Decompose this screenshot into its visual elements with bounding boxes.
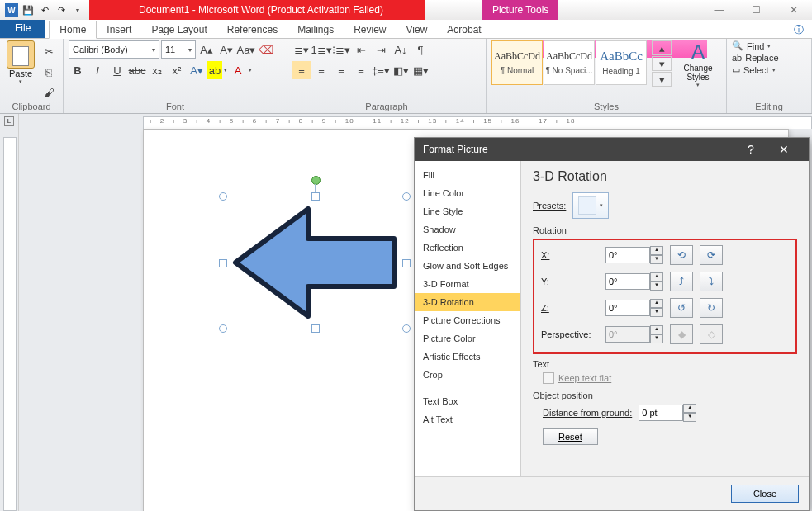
distance-input[interactable] bbox=[639, 405, 683, 421]
resize-handle-sw[interactable] bbox=[219, 324, 227, 333]
perspective-spinner[interactable]: ▲▼ bbox=[605, 325, 663, 343]
side-line-style[interactable]: Line Style bbox=[415, 202, 520, 220]
close-button[interactable]: Close bbox=[731, 485, 799, 503]
maximize-button[interactable]: ☐ bbox=[738, 0, 775, 20]
format-painter-icon[interactable]: 🖌 bbox=[40, 83, 58, 102]
highlight-icon[interactable]: ab bbox=[207, 61, 222, 79]
vertical-ruler[interactable] bbox=[0, 129, 19, 511]
subscript-button[interactable]: x₂ bbox=[148, 61, 166, 79]
show-marks-icon[interactable]: ¶ bbox=[411, 40, 430, 59]
shading-icon[interactable]: ◧▾ bbox=[392, 61, 410, 79]
help-icon[interactable]: ⓘ bbox=[794, 23, 804, 37]
resize-handle-n[interactable] bbox=[311, 192, 320, 201]
tab-review[interactable]: Review bbox=[344, 21, 396, 38]
styles-down-icon[interactable]: ▾ bbox=[652, 56, 672, 71]
side-glow[interactable]: Glow and Soft Edges bbox=[415, 257, 520, 275]
z-cw-button[interactable]: ↻ bbox=[700, 298, 723, 318]
tab-mailings[interactable]: Mailings bbox=[287, 21, 344, 38]
cut-icon[interactable]: ✂ bbox=[40, 42, 58, 60]
side-reflection[interactable]: Reflection bbox=[415, 239, 520, 257]
side-picture-corrections[interactable]: Picture Corrections bbox=[415, 311, 520, 329]
reset-button[interactable]: Reset bbox=[543, 428, 598, 445]
tab-view[interactable]: View bbox=[397, 21, 438, 38]
dialog-close-icon[interactable]: ✕ bbox=[767, 143, 800, 156]
superscript-button[interactable]: x² bbox=[168, 61, 186, 79]
tab-file[interactable]: File bbox=[0, 20, 45, 38]
tab-acrobat[interactable]: Acrobat bbox=[437, 21, 491, 38]
shrink-font-icon[interactable]: A▾ bbox=[217, 40, 235, 59]
grow-font-icon[interactable]: A▴ bbox=[197, 40, 216, 59]
tab-references[interactable]: References bbox=[217, 21, 287, 38]
style-no-spacing[interactable]: AaBbCcDd¶ No Spaci... bbox=[544, 40, 595, 85]
x-left-button[interactable]: ⟲ bbox=[670, 245, 693, 265]
y-spinner[interactable]: ▲▼ bbox=[605, 272, 663, 291]
side-picture-color[interactable]: Picture Color bbox=[415, 329, 520, 348]
z-ccw-button[interactable]: ↺ bbox=[670, 298, 693, 318]
tab-home[interactable]: Home bbox=[49, 21, 97, 39]
replace-button[interactable]: abReplace bbox=[732, 53, 779, 63]
tab-format[interactable]: Format bbox=[518, 21, 569, 38]
justify-icon[interactable]: ≡ bbox=[352, 61, 370, 79]
close-window-button[interactable]: ✕ bbox=[775, 0, 812, 20]
decrease-indent-icon[interactable]: ⇤ bbox=[352, 40, 370, 59]
font-size-combo[interactable]: 11▾ bbox=[161, 40, 196, 59]
side-crop[interactable]: Crop bbox=[415, 366, 520, 384]
minimize-button[interactable]: — bbox=[700, 0, 738, 20]
text-effects-icon[interactable]: A▾ bbox=[188, 61, 206, 79]
style-heading1[interactable]: AaBbCcHeading 1 bbox=[596, 40, 647, 85]
side-text-box[interactable]: Text Box bbox=[415, 392, 520, 410]
change-styles-button[interactable]: A Change Styles▾ bbox=[675, 40, 721, 88]
z-input[interactable] bbox=[605, 300, 650, 316]
numbering-icon[interactable]: 1≣▾ bbox=[312, 40, 330, 59]
redo-icon[interactable]: ↷ bbox=[55, 3, 68, 17]
save-icon[interactable]: 💾 bbox=[21, 3, 35, 17]
resize-handle-w[interactable] bbox=[219, 259, 227, 267]
resize-handle-nw[interactable] bbox=[219, 192, 227, 201]
sort-icon[interactable]: A↓ bbox=[392, 40, 410, 59]
rotation-handle[interactable] bbox=[311, 176, 321, 185]
tab-insert[interactable]: Insert bbox=[97, 21, 141, 38]
strikethrough-button[interactable]: abc bbox=[128, 61, 146, 79]
bullets-icon[interactable]: ≣▾ bbox=[292, 40, 311, 59]
y-up-button[interactable]: ⤴ bbox=[670, 272, 693, 291]
side-shadow[interactable]: Shadow bbox=[415, 220, 520, 239]
distance-spinner[interactable]: ▲▼ bbox=[639, 404, 696, 422]
font-family-combo[interactable]: Calibri (Body)▾ bbox=[69, 40, 159, 59]
presets-dropdown[interactable]: ▾ bbox=[572, 192, 609, 219]
styles-up-icon[interactable]: ▴ bbox=[652, 40, 672, 55]
tab-page-layout[interactable]: Page Layout bbox=[141, 21, 216, 38]
side-alt-text[interactable]: Alt Text bbox=[415, 410, 520, 428]
undo-icon[interactable]: ↶ bbox=[38, 3, 51, 17]
align-right-icon[interactable]: ≡ bbox=[332, 61, 350, 79]
styles-more-icon[interactable]: ▾ bbox=[652, 72, 672, 87]
align-center-icon[interactable]: ≡ bbox=[312, 61, 330, 79]
horizontal-ruler[interactable]: · 2 · ı · 1 · ı · · ı · 1 · ı · 2 · ı · … bbox=[143, 116, 812, 130]
resize-handle-e[interactable] bbox=[402, 259, 411, 267]
align-left-icon[interactable]: ≡ bbox=[292, 61, 311, 79]
z-spinner[interactable]: ▲▼ bbox=[605, 299, 663, 317]
clear-formatting-icon[interactable]: ⌫ bbox=[257, 40, 275, 59]
font-color-icon[interactable]: A bbox=[229, 61, 247, 79]
resize-handle-s[interactable] bbox=[311, 324, 320, 333]
side-3d-format[interactable]: 3-D Format bbox=[415, 275, 520, 293]
underline-button[interactable]: U bbox=[108, 61, 126, 79]
x-right-button[interactable]: ⟳ bbox=[700, 245, 723, 265]
multilevel-icon[interactable]: ⁝≣▾ bbox=[332, 40, 350, 59]
y-down-button[interactable]: ⤵ bbox=[700, 272, 723, 291]
italic-button[interactable]: I bbox=[88, 61, 107, 79]
find-button[interactable]: 🔍Find ▾ bbox=[732, 40, 779, 51]
select-button[interactable]: ▭Select ▾ bbox=[732, 64, 779, 75]
x-spinner[interactable]: ▲▼ bbox=[605, 246, 663, 264]
side-artistic-effects[interactable]: Artistic Effects bbox=[415, 348, 520, 366]
side-fill[interactable]: Fill bbox=[415, 166, 520, 184]
ruler-corner[interactable]: L bbox=[0, 114, 19, 129]
resize-handle-se[interactable] bbox=[402, 324, 411, 333]
dialog-help-icon[interactable]: ? bbox=[734, 143, 767, 156]
selected-shape[interactable] bbox=[222, 196, 407, 329]
side-3d-rotation[interactable]: 3-D Rotation bbox=[415, 293, 520, 311]
paste-button[interactable]: Paste▾ bbox=[5, 40, 36, 85]
increase-indent-icon[interactable]: ⇥ bbox=[372, 40, 390, 59]
bold-button[interactable]: B bbox=[69, 61, 87, 79]
y-input[interactable] bbox=[605, 273, 650, 290]
style-normal[interactable]: AaBbCcDd¶ Normal bbox=[491, 40, 543, 85]
